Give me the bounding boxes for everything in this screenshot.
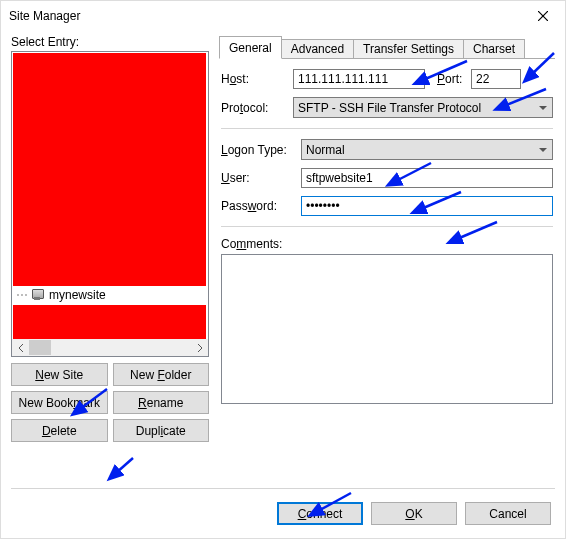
host-input[interactable]	[293, 69, 425, 89]
new-folder-button[interactable]: New Folder	[113, 363, 210, 386]
site-buttons: New Site New Folder New Bookmark Rename …	[11, 363, 209, 442]
chevron-down-icon	[539, 106, 547, 110]
horizontal-scrollbar[interactable]	[12, 339, 208, 356]
right-pane: General Advanced Transfer Settings Chars…	[219, 35, 555, 488]
cancel-button[interactable]: Cancel	[465, 502, 551, 525]
redaction-block-2	[13, 305, 206, 339]
general-form: Host: Port: Protocol: SFTP - SSH File Tr…	[219, 59, 555, 407]
left-pane: Select Entry: ⋯ mynewsite	[11, 35, 209, 488]
chevron-down-icon	[539, 148, 547, 152]
select-entry-label: Select Entry:	[11, 35, 209, 49]
logon-type-value: Normal	[306, 143, 345, 157]
scroll-thumb[interactable]	[29, 340, 51, 355]
comments-label: Comments:	[221, 237, 553, 251]
redaction-block-1	[13, 53, 206, 286]
new-site-button[interactable]: New Site	[11, 363, 108, 386]
ok-button[interactable]: OK	[371, 502, 457, 525]
close-button[interactable]	[520, 1, 565, 31]
delete-button[interactable]: Delete	[11, 419, 108, 442]
server-icon	[31, 289, 45, 301]
site-manager-window: Site Manager Select Entry: ⋯ mynewsite	[0, 0, 566, 539]
password-input[interactable]	[301, 196, 553, 216]
protocol-value: SFTP - SSH File Transfer Protocol	[298, 101, 481, 115]
logon-type-label: Logon Type:	[221, 143, 295, 157]
tab-advanced[interactable]: Advanced	[281, 39, 354, 58]
divider-1	[221, 128, 553, 129]
scroll-right-arrow[interactable]	[191, 339, 208, 356]
rename-button[interactable]: Rename	[113, 391, 210, 414]
tab-transfer-settings[interactable]: Transfer Settings	[353, 39, 464, 58]
connect-button[interactable]: Connect	[277, 502, 363, 525]
site-tree[interactable]: ⋯ mynewsite	[11, 51, 209, 357]
tab-bar: General Advanced Transfer Settings Chars…	[219, 35, 555, 59]
titlebar: Site Manager	[1, 1, 565, 31]
password-label: Password:	[221, 199, 295, 213]
window-title: Site Manager	[9, 9, 520, 23]
duplicate-button[interactable]: Duplicate	[113, 419, 210, 442]
port-label: Port:	[437, 72, 465, 86]
dialog-buttons: Connect OK Cancel	[11, 488, 555, 538]
tab-general[interactable]: General	[219, 36, 282, 59]
protocol-select[interactable]: SFTP - SSH File Transfer Protocol	[293, 97, 553, 118]
user-label: User:	[221, 171, 295, 185]
logon-type-select[interactable]: Normal	[301, 139, 553, 160]
tab-charset[interactable]: Charset	[463, 39, 525, 58]
close-icon	[538, 11, 548, 21]
scroll-left-arrow[interactable]	[12, 339, 29, 356]
user-input[interactable]	[301, 168, 553, 188]
divider-2	[221, 226, 553, 227]
site-entry-label: mynewsite	[49, 288, 106, 302]
protocol-label: Protocol:	[221, 101, 287, 115]
new-bookmark-button[interactable]: New Bookmark	[11, 391, 108, 414]
site-entry-mynewsite[interactable]: ⋯ mynewsite	[16, 287, 106, 303]
port-input[interactable]	[471, 69, 521, 89]
comments-textarea[interactable]	[221, 254, 553, 404]
tree-connector: ⋯	[16, 288, 27, 302]
host-label: Host:	[221, 72, 287, 86]
